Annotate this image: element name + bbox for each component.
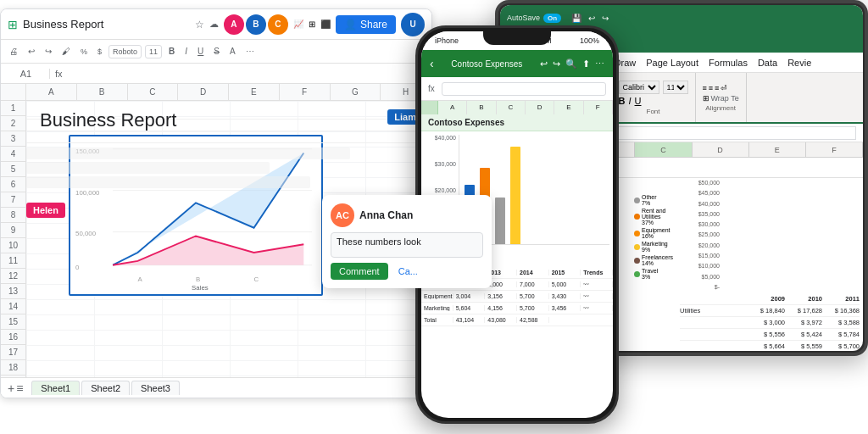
sheets-menu-icon[interactable]: ≡: [16, 381, 23, 395]
menu-review[interactable]: Revie: [787, 58, 811, 68]
comment-user-avatar: AC: [331, 203, 354, 227]
legend-rent: Rent andUtilities37%: [634, 208, 673, 225]
underline-button[interactable]: U: [635, 96, 642, 106]
phone-col-b[interactable]: B: [467, 101, 496, 114]
grid-icon[interactable]: ⊞: [309, 19, 315, 29]
text-color-icon[interactable]: A: [226, 45, 239, 58]
phone-col-e[interactable]: E: [554, 101, 583, 114]
percent-icon[interactable]: %: [77, 46, 91, 58]
excel-redo-icon[interactable]: ↪: [602, 14, 609, 23]
sheet-tab-3[interactable]: Sheet3: [131, 381, 180, 395]
y-label-30k: $30,000: [435, 161, 456, 167]
col-header-a[interactable]: A: [26, 84, 77, 100]
bar-yellow-1: [510, 147, 520, 244]
comment-text-content[interactable]: These numbers look: [331, 232, 483, 258]
y-label-20k: $20,000: [435, 187, 456, 193]
chart-icon[interactable]: 📈: [293, 19, 303, 29]
col-header-e[interactable]: E: [229, 84, 280, 100]
sheet-tab-1[interactable]: Sheet1: [31, 381, 80, 395]
excel-col-c[interactable]: C: [635, 142, 692, 157]
menu-formulas[interactable]: Formulas: [709, 58, 748, 68]
excel-col-f[interactable]: F: [806, 142, 863, 157]
phone-col-f[interactable]: F: [584, 101, 613, 114]
excel-undo-icon[interactable]: ↩: [588, 14, 595, 23]
phone-search-icon[interactable]: 🔍: [565, 58, 577, 70]
col-header-d[interactable]: D: [178, 84, 229, 100]
undo-icon[interactable]: ↩: [25, 45, 38, 58]
bold-button[interactable]: B: [619, 96, 626, 106]
underline-icon[interactable]: U: [194, 45, 207, 58]
phone-col-d[interactable]: D: [526, 101, 554, 114]
data-val-4-11: $ 5,700: [826, 342, 860, 350]
user-avatar[interactable]: U: [401, 13, 425, 36]
sheets-star-icon[interactable]: ☆: [195, 19, 204, 31]
excel-data-table: 2009 2010 2011 Utilities $ 18,840 $ 17,6…: [680, 293, 860, 351]
font-selector[interactable]: Roboto: [108, 45, 142, 58]
data-val-utilities-09: $ 18,840: [751, 307, 785, 314]
sheet-tab-2[interactable]: Sheet2: [81, 381, 130, 395]
phone-redo-icon[interactable]: ↪: [553, 58, 560, 70]
phone-data-cell: 3,456: [549, 305, 581, 311]
comment-submit-button[interactable]: Comment: [331, 263, 388, 280]
col-header-c[interactable]: C: [128, 84, 179, 100]
align-left-icon[interactable]: ≡: [703, 84, 707, 92]
font-family-selector[interactable]: Calibri: [619, 81, 659, 94]
align-right-icon[interactable]: ≡: [715, 84, 719, 92]
phone-col-headers: A B C D E F: [421, 101, 613, 114]
phone-data-cell: Equipment: [421, 293, 453, 299]
autosave-state[interactable]: On: [543, 14, 561, 23]
phone-formula-input[interactable]: [442, 82, 606, 96]
strikethrough-icon[interactable]: S: [210, 45, 223, 58]
redo-icon[interactable]: ↪: [42, 45, 55, 58]
legend-other: Other7%: [634, 194, 673, 206]
italic-icon[interactable]: I: [181, 45, 191, 58]
comment-action-buttons: Comment Ca...: [331, 263, 483, 280]
merge-icon[interactable]: ⊞: [703, 94, 709, 103]
font-size-selector[interactable]: 11: [663, 81, 688, 94]
excel-col-d[interactable]: D: [693, 142, 749, 157]
print-icon[interactable]: 🖨: [6, 45, 21, 58]
phone-data-cell: Marketing: [421, 305, 453, 311]
phone-row-corner: [421, 101, 438, 114]
data-col-2009: 2009: [751, 295, 785, 303]
menu-data[interactable]: Data: [758, 58, 777, 68]
add-sheet-button[interactable]: +: [8, 381, 14, 395]
currency-icon[interactable]: $: [94, 46, 105, 58]
align-center-icon[interactable]: ≡: [709, 84, 713, 92]
y-15k: $15,000: [698, 253, 720, 259]
phone-data-cell: 4,156: [485, 305, 517, 311]
phone-back-icon[interactable]: ‹: [430, 57, 434, 70]
phone-undo-icon[interactable]: ↩: [540, 58, 548, 70]
phone-data-cell: 5,000: [549, 281, 581, 287]
sheets-cloud-icon: ☁: [209, 19, 219, 30]
more-toolbar-icon[interactable]: ⋯: [242, 45, 258, 58]
share-button[interactable]: 👤 Share: [336, 15, 396, 34]
comment-cancel-button[interactable]: Ca...: [393, 263, 423, 280]
y-20k: $20,000: [698, 242, 720, 248]
pie-legend: Other7% Rent andUtilities37% Equipment16…: [634, 194, 673, 281]
bar-group-3: [495, 198, 505, 244]
wrap-text-icon[interactable]: ⏎: [721, 84, 727, 92]
menu-page-layout[interactable]: Page Layout: [646, 58, 698, 68]
corner-cell: [1, 84, 26, 100]
paint-icon[interactable]: 🖌: [58, 45, 74, 58]
col-header-f[interactable]: F: [280, 84, 331, 100]
save-icon[interactable]: 💾: [571, 14, 581, 23]
col-header-b[interactable]: B: [77, 84, 128, 100]
phone-share-icon[interactable]: ⬆: [582, 58, 590, 70]
y-40k: $40,000: [698, 201, 720, 207]
data-row-4: $ 5,664 $ 5,559 $ 5,700: [680, 341, 860, 351]
data-col-2011: 2011: [826, 295, 860, 303]
cell-reference[interactable]: A1: [8, 69, 50, 79]
excel-col-e[interactable]: E: [749, 142, 806, 157]
font-size-selector[interactable]: 11: [145, 45, 162, 58]
phone-col-c[interactable]: C: [497, 101, 526, 114]
y-label-40k: $40,000: [435, 135, 456, 141]
bold-icon[interactable]: B: [165, 45, 178, 58]
col-header-g[interactable]: G: [331, 84, 381, 100]
phone-col-a[interactable]: A: [438, 101, 467, 114]
phone-more-icon[interactable]: ⋯: [595, 58, 604, 70]
apps-icon[interactable]: ⬛: [320, 19, 331, 29]
italic-button[interactable]: I: [628, 96, 631, 106]
bar-group-4: [510, 147, 520, 244]
